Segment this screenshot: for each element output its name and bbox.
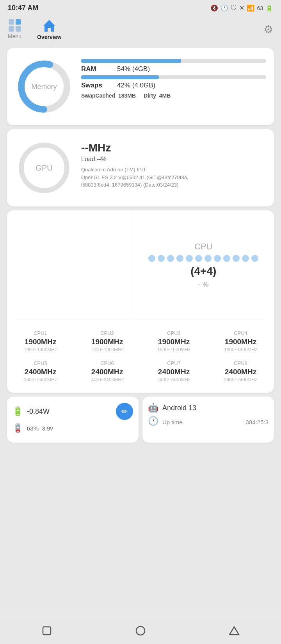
- edit-button[interactable]: ✏: [116, 403, 133, 420]
- cpu-core-range-2: 1900~1900MHz: [91, 347, 124, 352]
- memory-donut: Memory: [15, 57, 73, 116]
- cpu-dot-12: [251, 255, 258, 262]
- swaps-bar-row: Swaps 42% (4.0GB): [81, 75, 266, 89]
- gpu-load: Load:--%: [81, 156, 266, 163]
- cpu-dot-2: [158, 255, 165, 262]
- cpu-card: CPU (4+4) - % CPU1 1900MHz: [7, 210, 274, 393]
- memory-card: Memory RAM 54% (4GB) Swaps 42% (4.0GB): [7, 48, 274, 125]
- cpu-dot-10: [233, 255, 240, 262]
- cpu-dot-3: [167, 255, 174, 262]
- cpu-core-range-7: 2400~2400MHz: [157, 377, 190, 382]
- battery-card: 🔋 -0.84W ✏ 🪫 63% 3.9v: [7, 397, 139, 443]
- menu-button[interactable]: Menu: [8, 19, 21, 39]
- cpu-title: CPU: [194, 242, 212, 252]
- back-button[interactable]: [39, 623, 55, 639]
- cpu-core-item-2: CPU2 1900MHz 1900~1900MHz: [74, 326, 140, 356]
- cpu-dot-4: [176, 255, 183, 262]
- cpu-core-item-3: CPU3 1900MHz 1900~1900MHz: [140, 326, 207, 356]
- cpu-core-range-4: 1900~1900MHz: [224, 347, 257, 352]
- cpu-top: CPU (4+4) - %: [7, 210, 274, 320]
- swaps-value: 42% (4.0GB): [117, 82, 155, 89]
- svg-rect-4: [43, 627, 51, 635]
- swap-cached-label: SwapCached: [81, 93, 115, 99]
- dirty-value: 4MB: [159, 93, 171, 99]
- triangle-icon: [228, 624, 240, 637]
- cpu-core-freq-7: 2400MHz: [158, 368, 190, 376]
- menu-icon: [9, 19, 21, 32]
- gpu-card: GPU --MHz Load:--% Qualcomm Adreno (TM) …: [7, 129, 274, 206]
- cpu-core-range-1: 1900~1900MHz: [24, 347, 57, 352]
- cpu-dot-6: [195, 255, 202, 262]
- cpu-core-freq-3: 1900MHz: [158, 338, 190, 346]
- ram-bar-row: RAM 54% (4GB): [81, 59, 266, 73]
- home-button[interactable]: [133, 623, 148, 639]
- cpu-core-name-2: CPU2: [100, 330, 114, 336]
- cpu-core-item-1: CPU1 1900MHz 1900~1900MHz: [7, 326, 74, 356]
- overview-button[interactable]: Overview: [37, 18, 61, 40]
- ram-label: RAM: [81, 65, 112, 73]
- cpu-percent: - %: [198, 281, 209, 289]
- battery-power-row: 🔋 -0.84W ✏: [12, 403, 133, 420]
- status-time: 10:47 AM: [8, 4, 38, 12]
- uptime-row: 🕐 Up time 384:25:3: [148, 416, 269, 426]
- svg-marker-6: [229, 627, 239, 635]
- cpu-dot-5: [186, 255, 193, 262]
- swaps-label-row: Swaps 42% (4.0GB): [81, 82, 266, 89]
- cpu-core-freq-8: 2400MHz: [225, 368, 256, 376]
- os-card: 🤖 Android 13 🕐 Up time 384:25:3: [142, 397, 274, 443]
- nav-bar: Menu Overview ⚙: [0, 14, 281, 44]
- uptime-label: Up time: [162, 419, 183, 425]
- pencil-icon: ✏: [121, 407, 128, 416]
- recent-button[interactable]: [226, 623, 242, 639]
- cpu-core-item-7: CPU7 2400MHz 2400~2400MHz: [140, 356, 207, 386]
- memory-stats: RAM 54% (4GB) Swaps 42% (4.0GB) SwapCach…: [81, 57, 266, 99]
- overview-icon: [42, 18, 56, 32]
- battery-level-row: 🪫 63% 3.9v: [12, 423, 133, 433]
- battery-icon: 🔋: [265, 4, 273, 12]
- clock-uptime-icon: 🕐: [148, 416, 158, 426]
- cpu-core-freq-6: 2400MHz: [91, 368, 123, 376]
- os-name: Android 13: [162, 404, 196, 412]
- cpu-core-item-5: CPU5 2400MHz 2400~2400MHz: [7, 356, 74, 386]
- settings-button[interactable]: ⚙: [263, 23, 273, 36]
- ram-bar-fill: [81, 59, 181, 63]
- cpu-core-freq-4: 1900MHz: [225, 338, 256, 346]
- cpu-cores: (4+4): [190, 265, 216, 278]
- mute-icon: 🔇: [210, 4, 218, 12]
- system-nav-bar: [0, 617, 281, 644]
- svg-point-5: [136, 626, 145, 635]
- cpu-core-item-4: CPU4 1900MHz 1900~1900MHz: [207, 326, 274, 356]
- circle-icon: [134, 624, 147, 637]
- android-icon: 🤖: [148, 403, 158, 413]
- cpu-core-name-4: CPU4: [234, 330, 247, 336]
- cpu-core-freq-5: 2400MHz: [25, 368, 56, 376]
- battery-charge-icon: 🔋: [12, 406, 23, 416]
- cpu-core-range-6: 2400~2400MHz: [91, 377, 124, 382]
- gpu-mhz: --MHz: [81, 142, 266, 154]
- ram-bar-bg: [81, 59, 266, 63]
- dirty-label: Dirty: [144, 93, 156, 99]
- x-icon: ✕: [239, 4, 244, 12]
- status-bar: 10:47 AM 🔇 🕐 🛡 ✕ 📶 63 🔋: [0, 0, 281, 14]
- wifi-icon: 📶: [247, 4, 254, 12]
- cpu-core-name-6: CPU6: [100, 360, 114, 366]
- gpu-info: Qualcomm Adreno (TM) 610 OpenGL ES 3.2 V…: [81, 166, 266, 189]
- cpu-core-freq-2: 1900MHz: [91, 338, 123, 346]
- clock-icon: 🕐: [221, 4, 228, 12]
- swaps-bar-bg: [81, 75, 266, 79]
- gpu-stats: --MHz Load:--% Qualcomm Adreno (TM) 610 …: [81, 139, 266, 189]
- stat-extra-row: SwapCached 183MB Dirty 4MB: [81, 93, 266, 99]
- cpu-dot-9: [223, 255, 230, 262]
- cpu-core-name-1: CPU1: [34, 330, 47, 336]
- swaps-label: Swaps: [81, 82, 112, 89]
- shield-icon: 🛡: [231, 5, 237, 12]
- cpu-core-freq-1: 1900MHz: [25, 338, 56, 346]
- status-icons: 🔇 🕐 🛡 ✕ 📶 63 🔋: [210, 4, 273, 12]
- cpu-core-name-5: CPU5: [34, 360, 47, 366]
- cpu-dot-8: [214, 255, 221, 262]
- dirty: Dirty 4MB: [144, 93, 171, 99]
- cpu-dots: [148, 255, 258, 262]
- battery-percent-voltage: 63% 3.9v: [27, 425, 53, 432]
- gpu-label: GPU: [36, 164, 52, 173]
- square-icon: [41, 624, 53, 637]
